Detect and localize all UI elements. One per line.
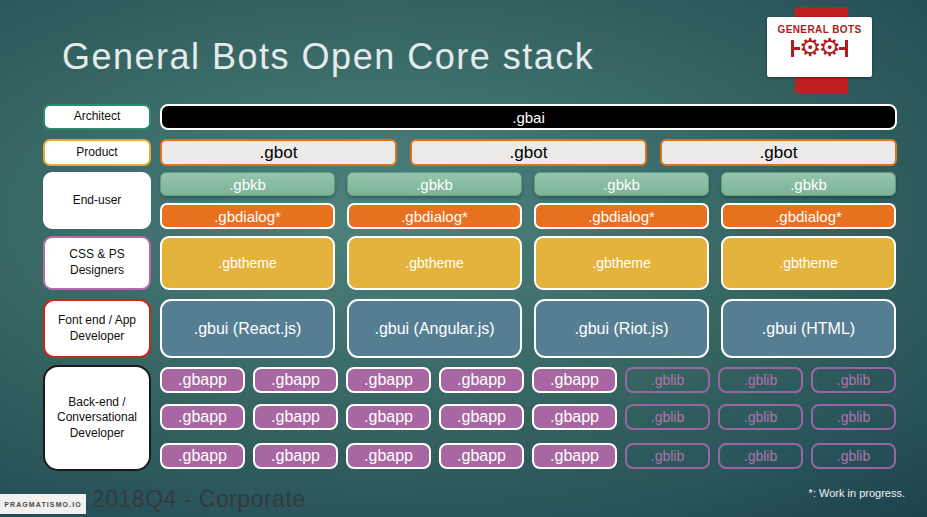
stack-box-gbapp: .gbapp (253, 404, 338, 430)
stack-box-gblib: .gblib (625, 443, 710, 469)
stack-box-gbdialog: .gbdialog* (347, 203, 522, 229)
stack-box-gbapp: .gbapp (532, 404, 617, 430)
stack-box-gbtheme: .gbtheme (534, 236, 709, 290)
role-label-backend-conversational-developer: Back-end / Conversational Developer (43, 365, 151, 471)
stack-box-gbkb: .gbkb (721, 172, 896, 196)
stack-box-gbapp: .gbapp (346, 367, 431, 393)
stack-box-gbapp: .gbapp (253, 443, 338, 469)
stack-box-gblib: .gblib (811, 443, 896, 469)
stack-box-gbai: .gbai (160, 104, 897, 130)
stack-box-gblib: .gblib (718, 404, 803, 430)
stack-box-gbot: .gbot (660, 139, 897, 166)
stack-box-gbot: .gbot (160, 139, 397, 166)
stack-box-gbdialog: .gbdialog* (721, 203, 896, 229)
stack-box-gbkb: .gbkb (534, 172, 709, 196)
stack-box-gbui-html: .gbui (HTML) (721, 299, 896, 358)
role-label-architect: Architect (43, 104, 151, 130)
pragmatismo-logo: PRAGMATISMO.IO (0, 494, 86, 514)
stack-box-gbui-angular: .gbui (Angular.js) (347, 299, 522, 358)
stack-box-gbtheme: .gbtheme (160, 236, 335, 290)
stack-box-gbui-riot: .gbui (Riot.js) (534, 299, 709, 358)
gears-icon: ⚙⚙ (791, 35, 848, 61)
role-label-end-user: End-user (43, 172, 151, 229)
stack-box-gbapp: .gbapp (160, 367, 245, 393)
stack-box-gbdialog: .gbdialog* (534, 203, 709, 229)
stack-box-gblib: .gblib (625, 367, 710, 393)
role-label-product: Product (43, 139, 151, 166)
stack-box-gblib: .gblib (811, 367, 896, 393)
stack-box-gbapp: .gbapp (160, 443, 245, 469)
stack-box-gbapp: .gbapp (160, 404, 245, 430)
stack-box-gbapp: .gbapp (439, 404, 524, 430)
stack-box-gblib: .gblib (625, 404, 710, 430)
stack-box-gbui-react: .gbui (React.js) (160, 299, 335, 358)
stack-box-gbapp: .gbapp (253, 367, 338, 393)
stack-box-gblib: .gblib (811, 404, 896, 430)
gear-glyphs: ⚙⚙ (799, 35, 838, 61)
stack-box-gbtheme: .gbtheme (721, 236, 896, 290)
stack-box-gbapp: .gbapp (532, 443, 617, 469)
stack-box-gbkb: .gbkb (160, 172, 335, 196)
footer-caption: 2018Q4 - Corporate (92, 486, 306, 513)
stack-box-gblib: .gblib (718, 443, 803, 469)
work-in-progress-note: *: Work in progress. (809, 487, 905, 499)
stack-box-gbkb: .gbkb (347, 172, 522, 196)
stack-box-gbapp: .gbapp (346, 404, 431, 430)
stack-box-gbdialog: .gbdialog* (160, 203, 335, 229)
stack-box-gbot: .gbot (410, 139, 647, 166)
role-label-frontend-app-developer: Font end / App Developer (43, 299, 151, 358)
gear-endcap-right (845, 40, 848, 57)
general-bots-logo: GENERAL BOTS ⚙⚙ (767, 17, 872, 77)
stack-box-gblib: .gblib (718, 367, 803, 393)
stack-box-gbapp: .gbapp (532, 367, 617, 393)
slide-title: General Bots Open Core stack (62, 36, 594, 78)
stack-box-gbapp: .gbapp (346, 443, 431, 469)
stack-box-gbtheme: .gbtheme (347, 236, 522, 290)
stack-box-gbapp: .gbapp (439, 367, 524, 393)
stack-box-gbapp: .gbapp (439, 443, 524, 469)
role-label-css-ps-designers: CSS & PS Designers (43, 236, 151, 290)
